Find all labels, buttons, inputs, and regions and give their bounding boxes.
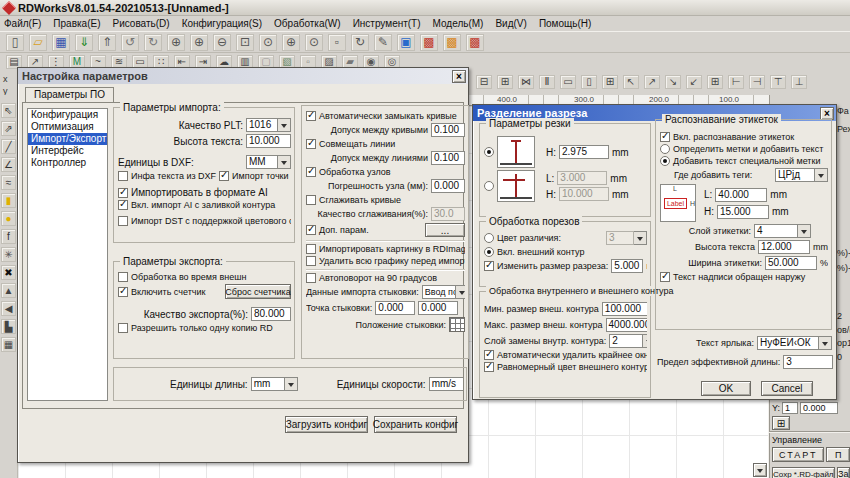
advanced-params-checkbox[interactable]: [306, 225, 316, 235]
open-file-icon[interactable]: ▱: [29, 34, 47, 51]
menu-файл[interactable]: Файл(F): [4, 18, 41, 30]
zoom-in-icon[interactable]: ⊕: [190, 34, 208, 51]
external-processing-checkbox[interactable]: [118, 272, 128, 282]
load-config-button[interactable]: Загрузить конфиг: [285, 416, 368, 433]
mirror-v-icon[interactable]: ▲: [1, 283, 16, 298]
origin-grid-icon[interactable]: ⊞: [772, 416, 790, 430]
same-height-icon[interactable]: ▯: [581, 75, 597, 89]
mirror-h-icon[interactable]: ◀: [1, 301, 16, 316]
zoom-selection-icon[interactable]: ⊕: [282, 34, 300, 51]
array-icon[interactable]: ▦: [1, 337, 16, 352]
resize-cut-field[interactable]: 5.000: [611, 259, 643, 273]
detect-marks-radio[interactable]: [660, 144, 670, 154]
one-copy-checkbox[interactable]: [118, 323, 128, 333]
save-config-button[interactable]: Сохранить конфиг: [374, 416, 457, 433]
align-right-icon[interactable]: ⊣: [749, 75, 765, 89]
star-icon[interactable]: ✳: [1, 247, 16, 262]
menu-конфигурация[interactable]: Конфигурация(S): [182, 18, 262, 30]
nav-item-интерфейс[interactable]: Интерфейс: [28, 145, 107, 157]
menu-помощь[interactable]: Помощь(H): [539, 18, 592, 30]
cancel-button[interactable]: Cancel: [761, 381, 813, 396]
dock-data-select[interactable]: Ввод пс: [422, 285, 465, 299]
zoom-window-icon[interactable]: ⊡: [236, 34, 254, 51]
zoom-out-icon[interactable]: ⊖: [213, 34, 231, 51]
ellipse-icon[interactable]: ●: [1, 211, 16, 226]
text-icon[interactable]: f: [1, 229, 16, 244]
line-gap-field[interactable]: 0.100: [431, 151, 465, 165]
redo-icon[interactable]: ↻: [144, 34, 162, 51]
node-edit-icon[interactable]: ⇗: [1, 121, 16, 136]
close-icon[interactable]: [820, 107, 834, 120]
length-units-select[interactable]: mm: [251, 377, 298, 391]
menu-обработка[interactable]: Обработка(W): [274, 18, 341, 30]
start-button[interactable]: СТАРТ: [772, 447, 824, 462]
plt-quality-select[interactable]: 1016: [246, 118, 291, 132]
zoom-extents-icon[interactable]: ⊙: [259, 34, 277, 51]
output-orange-icon[interactable]: ▩: [443, 34, 461, 51]
y-value-field[interactable]: 0.000: [800, 402, 838, 414]
bezier-icon[interactable]: ≈: [1, 175, 16, 190]
label-text-height-field[interactable]: 12.000: [758, 240, 810, 254]
close-icon[interactable]: [452, 70, 466, 83]
offset-icon[interactable]: ▙: [1, 319, 16, 334]
label-l-field[interactable]: 40.000: [715, 188, 767, 202]
outer-contour-radio[interactable]: [484, 247, 494, 257]
align-bottom-left-icon[interactable]: ↙: [686, 75, 702, 89]
label-layer-select[interactable]: 4: [754, 224, 811, 238]
dock-point-x-field[interactable]: 0.000: [375, 301, 415, 315]
dxf-text-checkbox[interactable]: [118, 171, 128, 181]
uniform-color-checkbox[interactable]: [484, 362, 494, 372]
text-outward-checkbox[interactable]: [660, 272, 670, 282]
resize-cut-checkbox[interactable]: [484, 261, 494, 271]
align-center-icon[interactable]: ⊞: [707, 75, 723, 89]
middle-align-icon[interactable]: Ⅱ: [539, 75, 555, 89]
pick-rect-icon[interactable]: ▫: [328, 34, 346, 51]
undo-icon[interactable]: ↺: [121, 34, 139, 51]
advanced-params-button[interactable]: ...: [425, 223, 465, 237]
zoom-all-icon[interactable]: ⊙: [305, 34, 323, 51]
delete-icon[interactable]: ✖: [1, 265, 16, 280]
node-processing-checkbox[interactable]: [306, 167, 316, 177]
ai-fill-checkbox[interactable]: [118, 200, 128, 210]
smooth-curves-checkbox[interactable]: [306, 195, 316, 205]
import-icon[interactable]: ⇓: [75, 34, 93, 51]
autorotate-checkbox[interactable]: [306, 273, 316, 283]
load-button-partial[interactable]: За: [837, 467, 850, 478]
add-text-radio[interactable]: [660, 156, 670, 166]
output-red-icon[interactable]: ▩: [420, 34, 438, 51]
label-width-field[interactable]: 50.000: [765, 256, 817, 270]
color-diff-radio[interactable]: [484, 233, 494, 243]
menu-вид[interactable]: Вид(V): [495, 18, 526, 30]
line-icon[interactable]: ╱: [1, 139, 16, 154]
dxf-point-checkbox[interactable]: [219, 171, 229, 181]
dxf-units-select[interactable]: MM: [246, 155, 291, 169]
label-h-field[interactable]: 15.000: [717, 205, 769, 219]
rdimage-checkbox[interactable]: [306, 244, 316, 254]
pause-button-partial[interactable]: П: [826, 447, 850, 462]
max-contour-field[interactable]: 4000.000: [606, 318, 647, 332]
cut-mode2-radio[interactable]: [484, 181, 494, 191]
export-icon[interactable]: ⇑: [98, 34, 116, 51]
save-icon[interactable]: ▦: [52, 34, 70, 51]
merge-lines-checkbox[interactable]: [306, 139, 316, 149]
rotate-icon[interactable]: ↻: [351, 34, 369, 51]
nav-item-конфигурация[interactable]: Конфигурация: [28, 109, 107, 121]
align-top-left-icon[interactable]: ↖: [623, 75, 639, 89]
menu-инструмент[interactable]: Инструмент(T): [353, 18, 421, 30]
cut-mode1-radio[interactable]: [484, 147, 494, 157]
tags-where-select[interactable]: ЦPjд: [775, 168, 828, 182]
same-size-icon[interactable]: ⊟: [476, 75, 492, 89]
dock-point-y-field[interactable]: 0.000: [418, 301, 458, 315]
ai-import-checkbox[interactable]: [118, 188, 128, 198]
align-top-right-icon[interactable]: ↗: [644, 75, 660, 89]
zoom-reset-icon[interactable]: ⊕: [167, 34, 185, 51]
align-bottom-icon[interactable]: ⊥: [791, 75, 807, 89]
counter-checkbox[interactable]: [118, 287, 128, 297]
menu-рисовать[interactable]: Рисовать(D): [112, 18, 169, 30]
polyline-icon[interactable]: ∠: [1, 157, 16, 172]
cut-h-field[interactable]: 2.975: [559, 145, 609, 159]
cursor-icon[interactable]: ⇖: [1, 103, 16, 118]
weld-icon[interactable]: ⋈: [518, 75, 534, 89]
y-index-field[interactable]: 1: [782, 402, 798, 414]
menu-модель[interactable]: Модель(M): [433, 18, 484, 30]
